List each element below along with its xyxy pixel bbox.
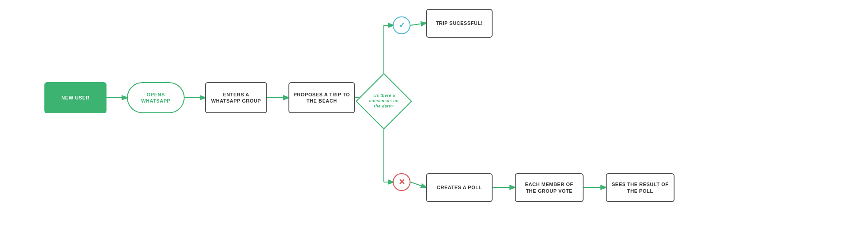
decision-diamond-node: ¿Is there aconsensus onthe date? <box>355 73 412 129</box>
proposes-trip-label: PROPOSES A TRIP TOTHE BEACH <box>294 91 350 104</box>
proposes-trip-node: PROPOSES A TRIP TOTHE BEACH <box>288 82 355 113</box>
sees-result-node: SEES THE RESULT OFTHE POLL <box>606 173 675 202</box>
opens-whatsapp-label: OPENSWHATSAPP <box>141 91 170 104</box>
creates-poll-node: CREATES A POLL <box>426 173 493 202</box>
x-icon: ✕ <box>398 178 405 186</box>
creates-poll-label: CREATES A POLL <box>437 184 481 190</box>
svg-line-6 <box>410 23 426 25</box>
new-user-node: NEW USER <box>44 82 107 113</box>
opens-whatsapp-node: OPENSWHATSAPP <box>127 82 185 113</box>
enters-group-label: ENTERS AWHATSAPP GROUP <box>211 91 261 104</box>
group-vote-label: EACH MEMBER OFTHE GROUP VOTE <box>525 181 573 194</box>
check-circle-node: ✓ <box>393 16 410 34</box>
check-icon: ✓ <box>398 21 405 29</box>
trip-success-node: TRIP SUCESSFUL! <box>426 9 493 38</box>
enters-group-node: ENTERS AWHATSAPP GROUP <box>205 82 267 113</box>
decision-diamond-inner: ¿Is there aconsensus onthe date? <box>365 82 403 120</box>
new-user-label: NEW USER <box>61 95 89 101</box>
sees-result-label: SEES THE RESULT OFTHE POLL <box>612 181 669 194</box>
decision-label: ¿Is there aconsensus onthe date? <box>369 93 399 109</box>
group-vote-node: EACH MEMBER OFTHE GROUP VOTE <box>515 173 584 202</box>
diagram-container: NEW USER OPENSWHATSAPP ENTERS AWHATSAPP … <box>0 0 868 242</box>
trip-success-label: TRIP SUCESSFUL! <box>436 20 483 26</box>
x-circle-node: ✕ <box>393 173 410 191</box>
svg-line-9 <box>410 182 426 187</box>
